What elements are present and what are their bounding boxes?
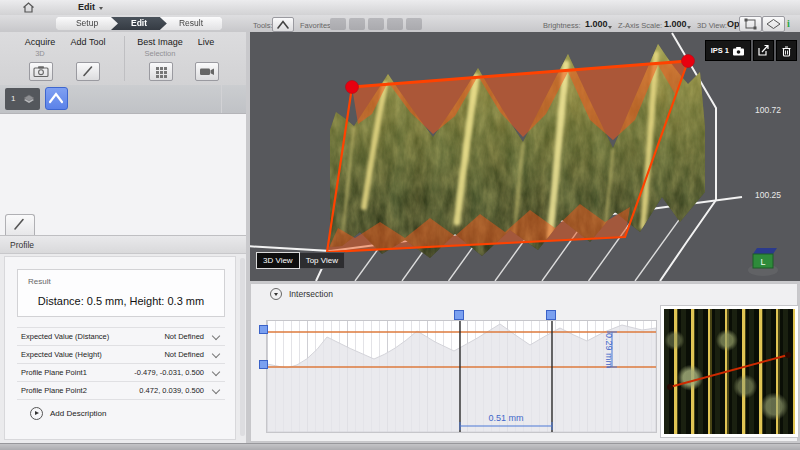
favorite-slot[interactable] — [387, 18, 403, 30]
chevron-down-icon[interactable] — [212, 385, 220, 393]
row-label: Profile Plane Point1 — [17, 368, 87, 377]
home-button[interactable] — [22, 2, 35, 13]
3d-view-button[interactable]: 3D View — [256, 252, 300, 269]
result-value: Distance: 0.5 mm, Height: 0.3 mm — [18, 295, 224, 307]
table-row[interactable]: Profile Plane Point2 0.472, 0.039, 0.500 — [17, 382, 225, 400]
favorites-label: Favorites: — [300, 21, 333, 30]
acquire-toolbar: Acquire 3D Add Tool Best Image Selection… — [0, 32, 246, 86]
collapse-toggle-icon[interactable] — [270, 288, 282, 300]
camera-image[interactable] — [664, 309, 795, 434]
section-point2[interactable] — [785, 352, 791, 358]
plane-view-icon — [763, 17, 784, 31]
profile-icon — [46, 88, 66, 108]
distance-handle-right[interactable] — [546, 310, 556, 320]
pencil-icon — [77, 63, 99, 80]
result-box: Result Distance: 0.5 mm, Height: 0.3 mm — [17, 269, 225, 317]
orientation-cube[interactable]: L — [748, 248, 778, 276]
add-description-label: Add Description — [50, 409, 106, 418]
tab-edit[interactable]: Edit — [111, 17, 167, 30]
titlebar: Edit — [0, 0, 800, 16]
favorite-slot[interactable] — [330, 18, 346, 30]
distance-handle-left[interactable] — [454, 310, 464, 320]
height-handle-top[interactable] — [259, 325, 268, 334]
view3d-label: 3D View: — [697, 21, 727, 30]
info-icon[interactable]: i — [787, 18, 790, 29]
frame-button[interactable] — [739, 16, 762, 32]
add-description-button[interactable]: Add Description — [23, 407, 106, 420]
row-label: Expected Value (Distance) — [17, 332, 109, 341]
profile-point1-handle[interactable] — [346, 81, 359, 94]
section-line[interactable] — [670, 355, 788, 387]
chevron-down-icon[interactable] — [212, 349, 220, 357]
expand-icon — [30, 407, 43, 420]
plane-view-button[interactable] — [762, 16, 785, 32]
section-point1[interactable] — [667, 384, 673, 390]
export-button[interactable] — [753, 40, 774, 61]
tab-setup[interactable]: Setup — [56, 17, 118, 30]
top-view-button[interactable]: Top View — [300, 252, 345, 269]
nav-cube-label: L — [760, 257, 765, 267]
favorite-slot[interactable] — [406, 18, 422, 30]
grid-icon — [150, 63, 172, 80]
row-label: Expected Value (Height) — [17, 350, 102, 359]
toolbar-separator — [124, 36, 125, 81]
row-value: Not Defined — [164, 350, 204, 359]
video-camera-icon — [196, 63, 218, 80]
view-mode-switch: 3D View Top View — [256, 252, 345, 269]
table-row[interactable]: Expected Value (Height) Not Defined — [17, 346, 225, 364]
3d-viewport[interactable]: L IPS 1 100.72 100.25 — [250, 32, 800, 281]
dataset-strip-separator — [221, 85, 222, 113]
profile-tool-selected[interactable] — [45, 87, 68, 110]
row-value: Not Defined — [164, 332, 204, 341]
profile-panel-header: Profile — [0, 236, 246, 254]
home-icon — [22, 2, 35, 13]
intersection-title: Intersection — [289, 289, 333, 299]
best-image-title: Best Image — [130, 37, 190, 47]
profile-point2-handle[interactable] — [682, 55, 695, 68]
table-row[interactable]: Profile Plane Point1 -0.479, -0.031, 0.5… — [17, 364, 225, 382]
3d-scene: L — [250, 32, 800, 281]
tab-result[interactable]: Result — [160, 17, 222, 30]
main-toolbar: Setup Edit Result Tools: Favorites: Brig… — [0, 15, 800, 33]
edit-profile-tab[interactable] — [5, 214, 35, 236]
result-label: Result — [28, 277, 51, 286]
chevron-down-icon[interactable] — [212, 331, 220, 339]
profile-tool-button[interactable] — [272, 17, 294, 32]
export-icon — [757, 44, 770, 57]
table-row[interactable]: Expected Value (Distance) Not Defined — [17, 327, 225, 346]
ips-capture-button[interactable]: IPS 1 — [705, 40, 751, 61]
brightness-dropdown-icon[interactable] — [608, 26, 612, 29]
acquire-3d-button[interactable] — [29, 62, 53, 81]
dataset-item[interactable]: 1 — [5, 88, 40, 110]
live-button[interactable] — [195, 62, 219, 81]
brightness-value[interactable]: 1.000 — [585, 19, 608, 29]
ips-label: IPS 1 — [711, 46, 729, 55]
camera-icon — [732, 46, 745, 56]
viewport-toolbar: IPS 1 — [703, 40, 797, 61]
row-label: Profile Plane Point2 — [17, 386, 87, 395]
tools-label: Tools: — [253, 21, 273, 30]
pencil-icon — [6, 215, 32, 234]
add-tool-button[interactable] — [76, 62, 100, 81]
edit-menu[interactable]: Edit — [78, 2, 103, 12]
profile-panel: Profile Result Distance: 0.5 mm, Height:… — [0, 235, 246, 444]
surface-layers-icon — [22, 93, 36, 105]
delete-button[interactable] — [776, 40, 797, 61]
best-image-button[interactable] — [149, 62, 173, 81]
scrollbar[interactable] — [240, 258, 245, 436]
chevron-down-icon[interactable] — [212, 367, 220, 375]
favorite-slot[interactable] — [349, 18, 365, 30]
height-handle-bottom[interactable] — [259, 360, 268, 369]
z-axis-label-top: 100.72 — [755, 105, 781, 115]
window-bottom-edge — [0, 443, 800, 450]
intersection-panel: Intersection 0.51 mm 0.29 mm — [250, 283, 798, 442]
camera-image-frame — [660, 305, 799, 438]
live-title: Live — [188, 37, 224, 47]
zaxis-dropdown-icon[interactable] — [687, 26, 691, 29]
zaxis-value[interactable]: 1.000 — [664, 19, 687, 29]
favorite-slot[interactable] — [368, 18, 384, 30]
profile-chart[interactable]: 0.51 mm 0.29 mm — [266, 320, 657, 433]
profile-tool-icon — [273, 18, 293, 31]
row-value: -0.479, -0.031, 0.500 — [134, 368, 204, 377]
add-tool-title: Add Tool — [60, 37, 116, 47]
